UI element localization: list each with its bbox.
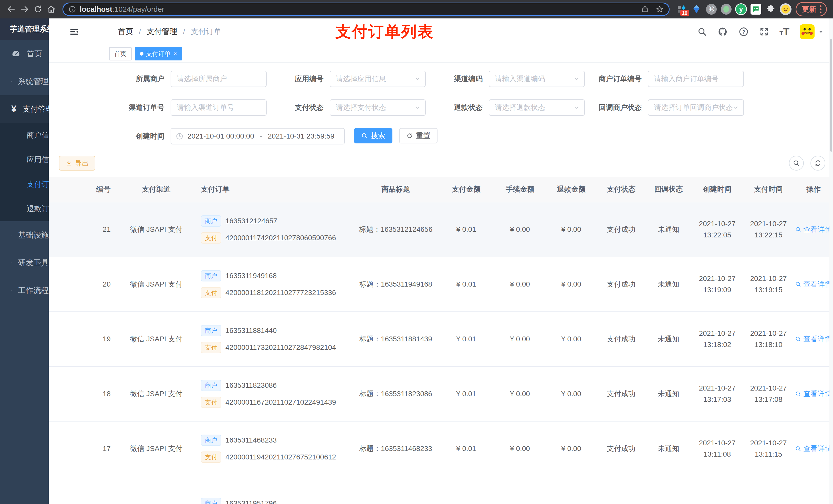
- tag-close-icon[interactable]: ×: [174, 51, 177, 56]
- cell-refund: ¥ 0.00: [546, 280, 597, 288]
- site-info-icon[interactable]: [68, 5, 76, 13]
- extensions-puzzle-icon[interactable]: [765, 3, 777, 16]
- share-icon[interactable]: [641, 5, 649, 13]
- sidebar-item-app-info[interactable]: 应用信息: [0, 147, 49, 172]
- breadcrumb-home[interactable]: 首页: [118, 26, 133, 37]
- refresh-table-button[interactable]: [810, 156, 825, 171]
- extension-command-icon[interactable]: ⌘: [706, 3, 717, 16]
- browser-chrome: localhost:1024/pay/order 10 ⌘ y: [0, 0, 833, 19]
- date-end[interactable]: 2021-10-31 23:59:59: [268, 132, 334, 140]
- user-menu[interactable]: [800, 24, 824, 39]
- bookmark-star-icon[interactable]: [656, 5, 664, 13]
- refund-status-select[interactable]: 请选择退款状态: [489, 99, 585, 116]
- sidebar-collapse-icon[interactable]: [69, 27, 79, 37]
- col-header-create-time: 创建时间: [692, 184, 743, 194]
- download-icon: [66, 160, 72, 166]
- extension-tab-manager-icon[interactable]: 10: [676, 3, 688, 16]
- clock-icon: [176, 133, 184, 140]
- reset-button[interactable]: 重置: [399, 128, 437, 143]
- fullscreen-icon[interactable]: [759, 27, 769, 37]
- table-row: 19 微信 JSAPI 支付 商户1635311881440 支付4200001…: [49, 312, 833, 367]
- app-title: 芋道管理系统: [10, 24, 49, 34]
- channel-order-no-field[interactable]: [177, 103, 261, 112]
- extension-kite-icon[interactable]: [691, 3, 703, 16]
- browser-update-button[interactable]: 更新: [795, 2, 827, 16]
- sidebar-item-system[interactable]: 系统管理: [0, 68, 49, 95]
- browser-menu-icon[interactable]: [820, 5, 822, 13]
- view-detail-link[interactable]: 查看详情: [794, 444, 833, 454]
- breadcrumb: 首页 / 支付管理 / 支付订单: [118, 26, 221, 37]
- font-size-icon[interactable]: TT: [780, 27, 789, 37]
- date-separator: -: [258, 132, 264, 140]
- app-no-select[interactable]: 请选择应用信息: [330, 71, 426, 87]
- user-avatar[interactable]: [800, 24, 814, 39]
- browser-home-button[interactable]: [45, 3, 58, 16]
- cell-create-time: 2021-10-2713:11:08: [692, 437, 743, 460]
- active-dot: [140, 52, 143, 55]
- col-header-action: 操作: [794, 184, 833, 194]
- gear-icon: [11, 77, 12, 86]
- channel-code-select[interactable]: 请输入渠道编码: [489, 71, 585, 87]
- pay-status-select[interactable]: 请选择支付状态: [330, 99, 426, 116]
- sidebar-item-home[interactable]: 首页: [0, 40, 49, 68]
- github-icon[interactable]: [717, 26, 728, 37]
- notify-status-select[interactable]: 请选择订单回调商户状态: [648, 99, 744, 116]
- filter-label: 创建时间: [108, 131, 171, 141]
- export-button-label: 导出: [75, 159, 89, 168]
- search-button[interactable]: 搜索: [354, 128, 392, 143]
- browser-back-button[interactable]: [5, 3, 18, 16]
- cell-create-time: 2021-10-2713:19:09: [692, 273, 743, 295]
- sidebar-item-infra[interactable]: 基础设施: [0, 221, 49, 249]
- cell-notify: 未通知: [645, 224, 692, 234]
- sidebar-item-label: 工作流程: [18, 285, 49, 296]
- view-detail-link[interactable]: 查看详情: [794, 389, 833, 399]
- extension-y-icon[interactable]: y: [735, 3, 747, 16]
- cell-create-time: 2021-10-2713:17:03: [692, 383, 743, 405]
- cell-action: 查看详情: [794, 224, 833, 234]
- toggle-search-button[interactable]: [789, 156, 804, 171]
- browser-forward-button[interactable]: [18, 3, 31, 16]
- url-bar[interactable]: localhost:1024/pay/order: [63, 3, 670, 16]
- scrollbar-thumb[interactable]: [830, 39, 832, 152]
- chevron-down-icon: [573, 104, 580, 111]
- sidebar-item-merchant-info[interactable]: 商户信息: [0, 123, 49, 147]
- merchant-order-no-field[interactable]: [654, 75, 738, 83]
- tag-home[interactable]: 首页: [109, 47, 132, 61]
- sidebar-item-refund-order[interactable]: 退款订单: [0, 197, 49, 221]
- tag-pay-order[interactable]: 支付订单 ×: [135, 47, 182, 61]
- cell-status: 支付成功: [597, 444, 645, 454]
- merchant-input[interactable]: [171, 71, 267, 87]
- sidebar-item-workflow[interactable]: 工作流程: [0, 277, 49, 304]
- browser-profile-avatar[interactable]: [780, 3, 791, 16]
- url-host: localhost: [80, 5, 112, 14]
- col-header-channel: 支付渠道: [118, 184, 195, 194]
- breadcrumb-pay-management[interactable]: 支付管理: [146, 26, 177, 37]
- merchant-input-field[interactable]: [177, 75, 261, 83]
- extension-chat-icon[interactable]: [750, 3, 762, 16]
- browser-reload-button[interactable]: [31, 3, 45, 16]
- view-detail-link[interactable]: 查看详情: [794, 334, 833, 344]
- page-scrollbar[interactable]: [829, 19, 833, 504]
- export-button[interactable]: 导出: [59, 156, 95, 171]
- yen-icon: ¥: [11, 104, 16, 114]
- extension-recorder-icon[interactable]: [720, 3, 732, 16]
- sidebar-item-pay[interactable]: ¥ 支付管理: [0, 95, 49, 123]
- cell-amount: ¥ 0.01: [438, 280, 494, 288]
- create-time-range-picker[interactable]: 2021-10-01 00:00:00 - 2021-10-31 23:59:5…: [171, 128, 345, 144]
- date-start[interactable]: 2021-10-01 00:00:00: [188, 132, 254, 140]
- view-detail-link[interactable]: 查看详情: [794, 224, 833, 234]
- cell-amount: ¥ 0.01: [438, 390, 494, 398]
- pay-order-no: 4200001173202110272847982104: [225, 343, 336, 352]
- cell-refund: ¥ 0.00: [546, 335, 597, 343]
- merchant-order-no-input[interactable]: [648, 71, 744, 87]
- search-icon[interactable]: [697, 27, 707, 37]
- help-icon[interactable]: ?: [738, 27, 749, 37]
- sidebar-item-dev-tools[interactable]: 研发工具: [0, 249, 49, 277]
- cell-amount: ¥ 0.01: [438, 445, 494, 453]
- cell-notify: 未通知: [645, 334, 692, 344]
- filter-label: 渠道编码: [426, 74, 489, 84]
- channel-order-no-input[interactable]: [171, 99, 267, 116]
- sidebar-item-pay-order[interactable]: ¥ 支付订单: [0, 172, 49, 197]
- view-detail-link[interactable]: 查看详情: [794, 280, 833, 289]
- merchant-tag: 商户: [201, 435, 221, 446]
